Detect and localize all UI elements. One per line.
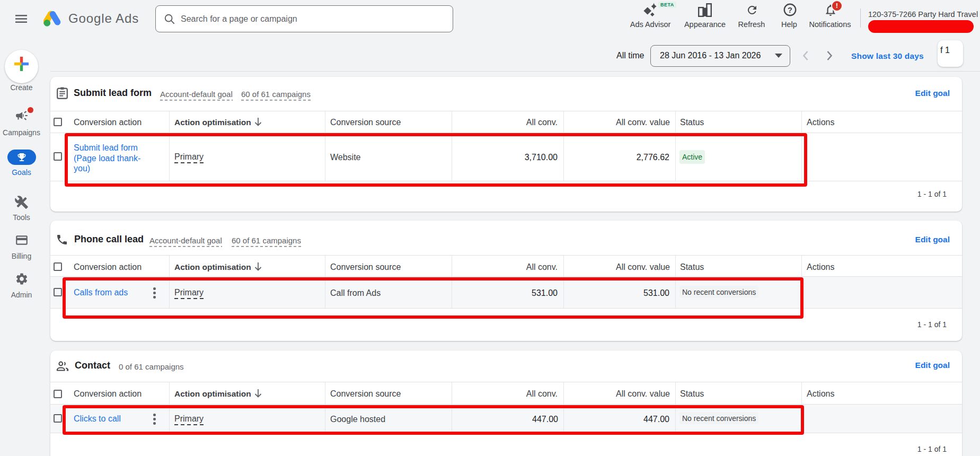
svg-text:?: ? — [788, 6, 792, 14]
